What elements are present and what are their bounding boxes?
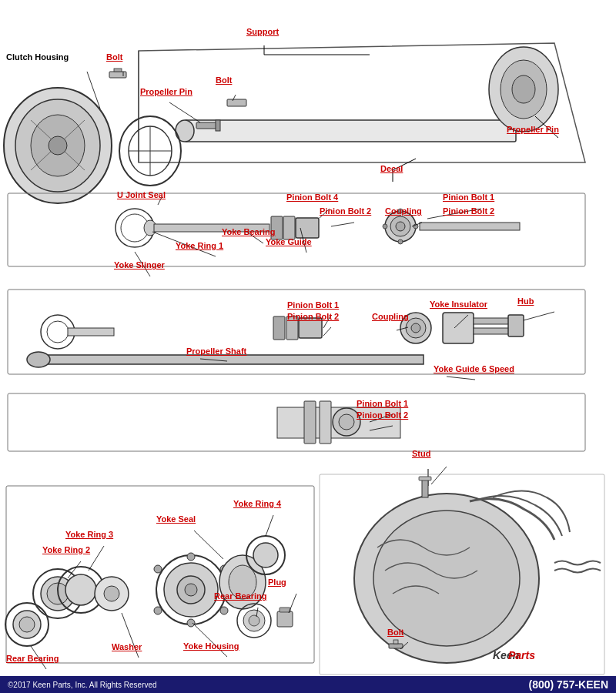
u-joint-seal-label: U Joint Seal [117, 190, 166, 199]
hub-label: Hub [517, 296, 534, 306]
propeller-pin-right-label: Propeller Pin [507, 125, 559, 134]
propeller-shaft-label: Propeller Shaft [186, 346, 246, 356]
svg-point-87 [185, 584, 197, 596]
svg-rect-35 [296, 218, 319, 238]
svg-point-74 [104, 586, 119, 601]
rear-bearing-mid-label: Rear Bearing [214, 591, 266, 601]
rear-bearing-bot-label: Rear Bearing [6, 654, 59, 663]
yoke-ring-3-label: Yoke Ring 3 [65, 530, 113, 539]
yoke-ring-2-label: Yoke Ring 2 [42, 545, 90, 554]
svg-rect-102 [389, 644, 403, 648]
svg-point-85 [220, 607, 228, 614]
parts-diagram: Keen Parts [0, 0, 616, 693]
pinion-bolt-2-top2-label: Pinion Bolt 2 [443, 206, 494, 216]
footer-copyright: ©2017 Keen Parts, Inc. All Rights Reserv… [8, 681, 157, 689]
pinion-bolt-1-mid-label: Pinion Bolt 1 [287, 300, 339, 310]
svg-rect-63 [320, 401, 331, 444]
svg-point-65 [339, 414, 354, 430]
washer-label: Washer [112, 642, 142, 651]
svg-point-84 [154, 607, 162, 614]
svg-rect-5 [185, 120, 516, 142]
bolt-bot-label: Bolt [387, 628, 403, 637]
svg-point-55 [411, 323, 420, 333]
svg-rect-62 [304, 401, 316, 444]
yoke-ring-4-label: Yoke Ring 4 [233, 499, 281, 508]
pinion-bolt-1-top-label: Pinion Bolt 1 [443, 192, 494, 202]
svg-rect-45 [38, 355, 424, 364]
svg-rect-50 [273, 316, 285, 340]
pinion-bolt-2-bot-label: Pinion Bolt 2 [357, 410, 408, 420]
svg-rect-57 [474, 318, 512, 324]
svg-point-80 [187, 553, 195, 561]
decal-label: Decal [380, 164, 403, 173]
svg-rect-25 [227, 99, 246, 106]
svg-rect-101 [419, 477, 431, 480]
svg-point-41 [383, 224, 387, 229]
yoke-slinger-label: Yoke Slinger [114, 260, 165, 270]
svg-point-20 [49, 136, 67, 155]
pinion-bolt-2-mid-label: Pinion Bolt 2 [287, 312, 339, 321]
svg-point-72 [65, 574, 96, 605]
svg-text:Parts: Parts [508, 649, 535, 661]
yoke-guide-top-label: Yoke Guide [266, 237, 312, 246]
coupling-mid-label: Coupling [372, 312, 409, 321]
svg-rect-34 [283, 216, 295, 239]
svg-point-81 [187, 619, 195, 627]
svg-rect-24 [216, 120, 220, 131]
svg-point-94 [249, 615, 259, 626]
svg-rect-100 [422, 478, 428, 497]
yoke-bearing-label: Yoke Bearing [222, 227, 276, 236]
svg-point-91 [253, 543, 278, 567]
bolt-propeller-label: Bolt [216, 75, 232, 85]
svg-rect-43 [420, 223, 520, 230]
support-label: Support [246, 27, 279, 36]
propeller-pin-left-label: Propeller Pin [140, 87, 192, 96]
svg-point-38 [396, 222, 405, 231]
pinion-bolt-4-label: Pinion Bolt 4 [286, 192, 338, 202]
pinion-bolt-1-bot-label: Pinion Bolt 1 [357, 399, 408, 408]
yoke-insulator-label: Yoke Insulator [430, 300, 487, 309]
svg-rect-22 [114, 69, 122, 72]
svg-rect-59 [508, 315, 524, 336]
stud-label: Stud [412, 449, 430, 458]
svg-rect-21 [109, 72, 126, 78]
coupling-top-label: Coupling [385, 206, 422, 216]
svg-point-82 [154, 565, 162, 573]
yoke-ring-1-label: Yoke Ring 1 [176, 241, 223, 250]
svg-point-46 [27, 352, 50, 367]
bolt-top-label: Bolt [106, 52, 122, 62]
svg-rect-95 [277, 611, 293, 627]
svg-point-40 [398, 239, 403, 244]
svg-rect-56 [443, 313, 474, 343]
svg-rect-96 [280, 608, 290, 612]
svg-rect-58 [474, 328, 512, 334]
pinion-bolt-2-top-label: Pinion Bolt 2 [320, 206, 371, 216]
svg-point-99 [373, 511, 520, 646]
yoke-seal-label: Yoke Seal [156, 514, 196, 524]
svg-rect-103 [393, 640, 398, 644]
yoke-housing-label: Yoke Housing [183, 641, 239, 651]
svg-rect-49 [68, 328, 114, 336]
svg-point-77 [19, 617, 35, 632]
footer-phone: (800) 757-KEEN [529, 678, 609, 691]
clutch-housing-label: Clutch Housing [6, 52, 69, 62]
diagram-container: Keen Parts [0, 0, 616, 693]
yoke-guide-6speed-label: Yoke Guide 6 Speed [434, 364, 514, 373]
footer: ©2017 Keen Parts, Inc. All Rights Reserv… [0, 676, 616, 693]
svg-point-9 [512, 75, 535, 103]
plug-label: Plug [268, 578, 286, 587]
